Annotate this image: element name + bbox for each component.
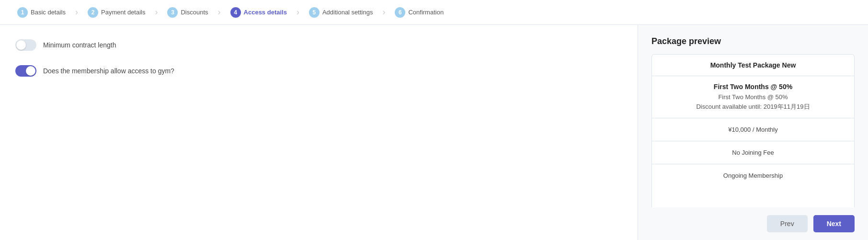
discount-section: First Two Months @ 50% First Two Months … bbox=[652, 76, 854, 118]
step-confirmation[interactable]: 6 Confirmation bbox=[389, 0, 449, 24]
bottom-bar: Prev Next bbox=[638, 207, 868, 240]
step-label-4: Access details bbox=[244, 9, 287, 16]
stepper: 1 Basic details › 2 Payment details › 3 … bbox=[0, 0, 868, 25]
membership-type-row: Ongoing Membership bbox=[652, 164, 854, 187]
card-header: Monthly Test Package New bbox=[652, 55, 854, 76]
step-divider-3: › bbox=[217, 7, 222, 17]
left-panel: Minimum contract length Does the members… bbox=[0, 25, 638, 240]
step-discounts[interactable]: 3 Discounts bbox=[161, 0, 214, 24]
gym-access-label: Does the membership allow access to gym? bbox=[43, 67, 174, 75]
step-basic-details[interactable]: 1 Basic details bbox=[11, 0, 71, 24]
step-divider-5: › bbox=[381, 7, 386, 17]
minimum-contract-row: Minimum contract length bbox=[15, 39, 622, 51]
minimum-contract-toggle[interactable] bbox=[15, 39, 36, 51]
step-payment-details[interactable]: 2 Payment details bbox=[82, 0, 151, 24]
next-button[interactable]: Next bbox=[813, 215, 855, 232]
minimum-contract-label: Minimum contract length bbox=[43, 41, 116, 49]
price-text: ¥10,000 / Monthly bbox=[728, 126, 777, 133]
joining-fee-text: No Joining Fee bbox=[732, 149, 774, 156]
gym-access-toggle[interactable] bbox=[15, 65, 36, 77]
prev-button[interactable]: Prev bbox=[767, 215, 808, 232]
discount-title: First Two Months @ 50% bbox=[660, 83, 846, 91]
right-panel: Package preview Monthly Test Package New… bbox=[638, 25, 868, 240]
step-label-3: Discounts bbox=[181, 9, 208, 16]
step-divider-2: › bbox=[154, 7, 159, 17]
step-label-2: Payment details bbox=[101, 9, 146, 16]
main-layout: Minimum contract length Does the members… bbox=[0, 25, 868, 240]
membership-type-text: Ongoing Membership bbox=[723, 172, 783, 179]
step-badge-4: 4 bbox=[230, 7, 241, 18]
step-badge-6: 6 bbox=[395, 7, 405, 18]
joining-fee-row: No Joining Fee bbox=[652, 141, 854, 164]
preview-title: Package preview bbox=[651, 36, 855, 46]
package-card: Monthly Test Package New First Two Month… bbox=[651, 54, 855, 229]
discount-until: Discount available until: 2019年11月19日 bbox=[660, 103, 846, 111]
step-label-6: Confirmation bbox=[408, 9, 444, 16]
gym-access-row: Does the membership allow access to gym? bbox=[15, 65, 622, 77]
step-badge-5: 5 bbox=[309, 7, 320, 18]
package-name: Monthly Test Package New bbox=[710, 61, 796, 69]
step-access-details[interactable]: 4 Access details bbox=[225, 0, 293, 24]
step-divider-4: › bbox=[296, 7, 300, 17]
price-row: ¥10,000 / Monthly bbox=[652, 118, 854, 141]
step-badge-2: 2 bbox=[88, 7, 98, 18]
discount-sub: First Two Months @ 50% bbox=[660, 93, 846, 101]
step-additional-settings[interactable]: 5 Additional settings bbox=[303, 0, 379, 24]
step-label-1: Basic details bbox=[31, 9, 66, 16]
step-label-5: Additional settings bbox=[322, 9, 373, 16]
step-divider-1: › bbox=[74, 7, 79, 17]
step-badge-1: 1 bbox=[17, 7, 28, 18]
step-badge-3: 3 bbox=[167, 7, 178, 18]
